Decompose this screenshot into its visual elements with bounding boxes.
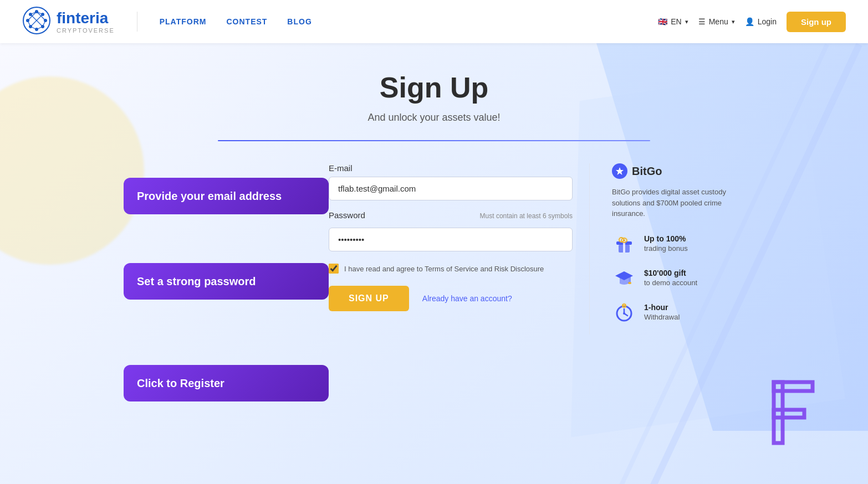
graduation-icon — [612, 266, 636, 290]
user-icon: 👤 — [745, 17, 754, 26]
menu-label: Menu — [709, 17, 728, 26]
password-label-bubble: Set a strong password — [124, 263, 329, 300]
action-buttons: SIGN UP Already have an account? — [329, 286, 573, 311]
nav-link-blog[interactable]: BLOG — [287, 17, 312, 26]
feature-trading-text: Up to 100% trading bonus — [644, 234, 688, 253]
purple-labels-column: Provide your email address Set a strong … — [124, 163, 329, 401]
gift-icon — [612, 231, 636, 256]
terms-checkbox[interactable] — [329, 264, 339, 274]
logo[interactable]: finteria cryptoverse — [22, 6, 115, 37]
page-title: Sign Up — [380, 71, 488, 104]
language-selector[interactable]: 🇬🇧 EN ▾ — [658, 17, 688, 26]
svg-line-19 — [30, 20, 37, 27]
feature-withdrawal-text: 1-hour Withdrawal — [644, 303, 680, 322]
svg-rect-31 — [629, 276, 631, 282]
form-layout: Provide your email address Set a strong … — [124, 163, 744, 401]
signup-button[interactable]: SIGN UP — [329, 286, 409, 311]
navbar: finteria cryptoverse PLATFORM CONTEST BL… — [0, 0, 868, 43]
login-button[interactable]: 👤 Login — [745, 17, 777, 26]
svg-line-18 — [37, 14, 43, 20]
svg-point-29 — [623, 239, 625, 241]
email-label: E-mail — [329, 163, 573, 173]
register-label-bubble: Click to Register — [124, 365, 329, 401]
bitgo-header: BitGo — [612, 163, 744, 179]
feature-trading-bonus: Up to 100% trading bonus — [612, 231, 744, 256]
terms-label: I have read and agree to Terms of Servic… — [344, 265, 544, 273]
password-row: Password Must contain at least 6 symbols — [329, 210, 573, 224]
menu-button[interactable]: ☰ Menu ▾ — [698, 17, 735, 26]
hamburger-icon: ☰ — [698, 17, 706, 26]
svg-line-20 — [37, 20, 43, 27]
nav-right: 🇬🇧 EN ▾ ☰ Menu ▾ 👤 Login Sign up — [658, 12, 846, 32]
logo-icon — [22, 6, 51, 37]
bitgo-section: BitGo BitGo provides digital asset custo… — [589, 163, 744, 334]
nav-link-contest[interactable]: CONTEST — [226, 17, 267, 26]
email-field-group: E-mail — [329, 163, 573, 210]
main-content: Sign Up And unlock your assets value! Pr… — [0, 43, 868, 401]
svg-rect-23 — [774, 410, 804, 418]
form-fields: E-mail Password Must contain at least 6 … — [329, 163, 589, 311]
terms-checkbox-row: I have read and agree to Terms of Servic… — [329, 264, 573, 274]
bitgo-icon — [612, 163, 627, 179]
lang-label: EN — [671, 17, 681, 26]
lang-chevron-icon: ▾ — [685, 18, 688, 25]
feature-demo-gift: $10'000 gift to demo account — [612, 266, 744, 290]
password-input[interactable] — [329, 228, 573, 251]
svg-line-17 — [30, 14, 37, 20]
feature-withdrawal: 1-hour Withdrawal — [612, 300, 744, 325]
password-hint: Must contain at least 6 symbols — [480, 212, 573, 220]
email-input[interactable] — [329, 177, 573, 200]
feature-demo-text: $10'000 gift to demo account — [644, 269, 697, 287]
nav-link-platform[interactable]: PLATFORM — [160, 17, 207, 26]
email-label-bubble: Provide your email address — [124, 178, 329, 214]
hero-section: Sign Up And unlock your assets value! Pr… — [0, 43, 868, 484]
title-divider — [218, 140, 650, 141]
nav-left: finteria cryptoverse PLATFORM CONTEST BL… — [22, 6, 312, 37]
flag-icon: 🇬🇧 — [658, 17, 667, 26]
svg-point-36 — [623, 312, 625, 315]
login-label: Login — [758, 17, 777, 26]
page-subtitle: And unlock your assets value! — [367, 112, 500, 123]
menu-chevron-icon: ▾ — [732, 18, 735, 25]
bitgo-name: BitGo — [632, 165, 662, 178]
password-field-group: Password Must contain at least 6 symbols — [329, 210, 573, 261]
signup-nav-button[interactable]: Sign up — [787, 12, 846, 32]
clock-icon — [612, 300, 636, 325]
logo-text: finteria cryptoverse — [57, 9, 115, 34]
nav-links: PLATFORM CONTEST BLOG — [160, 17, 312, 26]
logo-brand: finteria — [57, 9, 115, 27]
password-label: Password — [329, 210, 365, 220]
bitgo-description: BitGo provides digital asset custody sol… — [612, 187, 744, 219]
logo-sub: cryptoverse — [57, 27, 115, 34]
already-account-link[interactable]: Already have an account? — [422, 294, 512, 303]
nav-divider — [137, 12, 137, 32]
